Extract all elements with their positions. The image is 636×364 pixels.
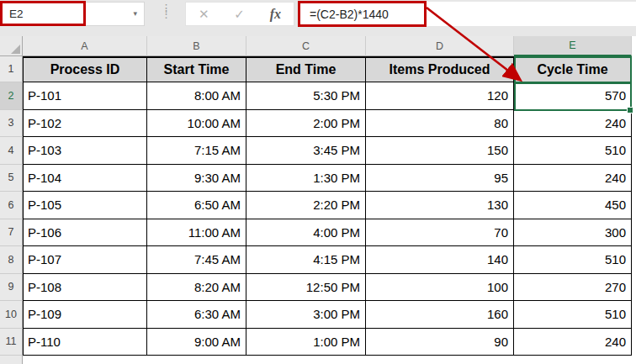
row-header-11[interactable]: 11 <box>0 329 23 356</box>
cell-a2[interactable]: P-101 <box>23 82 147 110</box>
cell-c10[interactable]: 3:00 PM <box>246 301 366 329</box>
cell-a7[interactable]: P-106 <box>23 219 147 247</box>
cell-d3[interactable]: 80 <box>366 110 514 138</box>
cell-d2[interactable]: 120 <box>366 82 514 110</box>
cell-c8[interactable]: 4:15 PM <box>246 246 366 274</box>
cell-a11[interactable]: P-110 <box>23 329 147 356</box>
cell-d5[interactable]: 95 <box>366 165 514 193</box>
cell-e8[interactable]: 510 <box>514 246 632 274</box>
header-cell-a1[interactable]: Process ID <box>23 56 147 82</box>
cell-c5[interactable]: 1:30 PM <box>246 165 366 193</box>
cell-d6[interactable]: 130 <box>366 192 514 219</box>
header-cell-c1[interactable]: End Time <box>246 56 366 82</box>
cell-d11[interactable]: 90 <box>366 329 514 356</box>
row-header-3[interactable]: 3 <box>0 110 23 138</box>
cell-b8[interactable]: 7:45 AM <box>147 246 246 274</box>
cell-e6[interactable]: 450 <box>514 192 632 219</box>
cell-b6[interactable]: 6:50 AM <box>147 192 246 219</box>
header-cell-b1[interactable]: Start Time <box>147 56 246 82</box>
formula-buttons-group: ✕ ✓ fx <box>185 2 294 26</box>
column-header-b[interactable]: B <box>147 36 246 56</box>
chevron-down-icon[interactable]: ▾ <box>133 10 137 18</box>
cell-d7[interactable]: 70 <box>366 219 514 247</box>
cell-b5[interactable]: 9:30 AM <box>147 165 246 193</box>
formula-bar-row: E2 ▾ ⋮⋮ ✕ ✓ fx =(C2-B2)*1440 <box>0 0 636 36</box>
row-header-2[interactable]: 2 <box>0 82 23 110</box>
cell-b4[interactable]: 7:15 AM <box>147 137 246 165</box>
cell-a9[interactable]: P-108 <box>23 274 147 302</box>
column-header-a[interactable]: A <box>23 36 147 56</box>
cell-e9[interactable]: 270 <box>514 274 632 302</box>
cell-d8[interactable]: 140 <box>366 246 514 274</box>
header-cell-d1[interactable]: Items Produced <box>366 56 514 82</box>
cell-b7[interactable]: 11:00 AM <box>147 219 246 247</box>
row-header-8[interactable]: 8 <box>0 246 23 274</box>
enter-icon[interactable]: ✓ <box>234 7 245 22</box>
cell-e7[interactable]: 300 <box>514 219 632 247</box>
cell-e5[interactable]: 240 <box>514 165 632 193</box>
row-header-6[interactable]: 6 <box>0 192 23 219</box>
cell-c7[interactable]: 4:00 PM <box>246 219 366 247</box>
formula-bar-input[interactable]: =(C2-B2)*1440 <box>299 2 636 26</box>
name-box-value: E2 <box>9 8 24 20</box>
cell-e10[interactable]: 510 <box>514 301 632 329</box>
cell-b2[interactable]: 8:00 AM <box>147 82 246 110</box>
select-all-corner[interactable] <box>0 36 23 56</box>
row-header-1[interactable]: 1 <box>0 56 23 82</box>
row-header-4[interactable]: 4 <box>0 137 23 165</box>
column-header-e[interactable]: E <box>514 36 632 56</box>
cell-a8[interactable]: P-107 <box>23 246 147 274</box>
column-header-d[interactable]: D <box>366 36 514 56</box>
column-header-c[interactable]: C <box>246 36 366 56</box>
row-header-5[interactable]: 5 <box>0 165 23 193</box>
cell-c2[interactable]: 5:30 PM <box>246 82 366 110</box>
cell-b11[interactable]: 9:00 AM <box>147 329 246 356</box>
spreadsheet-grid: ABCDE1Process IDStart TimeEnd TimeItems … <box>0 36 632 364</box>
cell-c4[interactable]: 3:45 PM <box>246 137 366 165</box>
excel-window: E2 ▾ ⋮⋮ ✕ ✓ fx =(C2-B2)*1440 ABCDE1Proce… <box>0 0 636 364</box>
cell-c6[interactable]: 2:20 PM <box>246 192 366 219</box>
toolbar-separator-dots-icon: ⋮⋮ <box>161 5 169 17</box>
cell-e2[interactable]: 570 <box>514 82 632 110</box>
cell-e4[interactable]: 510 <box>514 137 632 165</box>
worksheet-area: ABCDE1Process IDStart TimeEnd TimeItems … <box>0 36 636 364</box>
cell-d9[interactable]: 100 <box>366 274 514 302</box>
cell-d4[interactable]: 150 <box>366 137 514 165</box>
cell-c9[interactable]: 12:50 PM <box>246 274 366 302</box>
cell-e3[interactable]: 240 <box>514 110 632 138</box>
cell-a10[interactable]: P-109 <box>23 301 147 329</box>
cell-a3[interactable]: P-102 <box>23 110 147 138</box>
cell-d10[interactable]: 160 <box>366 301 514 329</box>
cell-b9[interactable]: 8:20 AM <box>147 274 246 302</box>
formula-text: =(C2-B2)*1440 <box>310 8 389 21</box>
cell-a6[interactable]: P-105 <box>23 192 147 219</box>
row-header-7[interactable]: 7 <box>0 219 23 247</box>
cancel-icon[interactable]: ✕ <box>199 7 209 22</box>
row-header-10[interactable]: 10 <box>0 301 23 329</box>
row-header-9[interactable]: 9 <box>0 274 23 302</box>
header-cell-e1[interactable]: Cycle Time <box>514 56 632 82</box>
cell-c3[interactable]: 2:00 PM <box>246 110 366 138</box>
row-header-partial[interactable] <box>0 356 23 364</box>
cell-b10[interactable]: 6:30 AM <box>147 301 246 329</box>
cell-e11[interactable]: 240 <box>514 329 632 356</box>
cell-b3[interactable]: 10:00 AM <box>147 110 246 138</box>
name-box[interactable]: E2 ▾ <box>1 2 145 26</box>
cell-a5[interactable]: P-104 <box>23 165 147 193</box>
cell-c11[interactable]: 1:00 PM <box>246 329 366 356</box>
insert-function-icon[interactable]: fx <box>270 7 281 22</box>
cell-a4[interactable]: P-103 <box>23 137 147 165</box>
